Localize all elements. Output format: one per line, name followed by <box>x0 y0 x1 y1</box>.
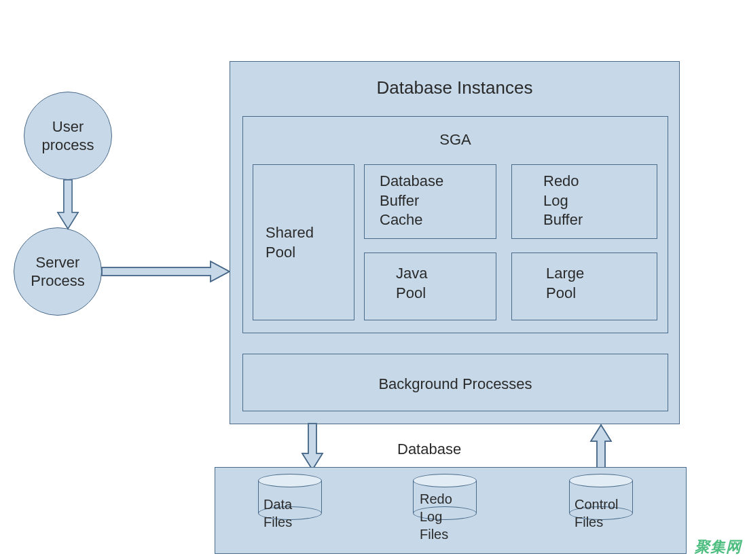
redo-log-files-label: Redo Log Files <box>420 490 452 543</box>
server-process-node: Server Process <box>14 227 102 316</box>
server-process-label: Server Process <box>31 253 84 291</box>
large-pool-label: Large Pool <box>546 264 584 303</box>
database-instances-box: Database Instances SGA Shared Pool Datab… <box>230 61 680 424</box>
db-buffer-cache-box: Database Buffer Cache <box>364 164 496 239</box>
sga-box: SGA Shared Pool Database Buffer Cache Re… <box>242 116 668 333</box>
arrow-db-to-instances-up <box>591 424 611 471</box>
database-instances-title: Database Instances <box>230 77 679 100</box>
arrow-user-to-server <box>58 180 78 231</box>
svg-marker-1 <box>58 180 78 229</box>
sga-title: SGA <box>243 130 668 150</box>
watermark-text: 聚集网 <box>695 537 742 557</box>
shared-pool-label: Shared Pool <box>266 223 314 262</box>
arrow-instances-to-db-down <box>302 424 323 471</box>
user-process-label: User process <box>41 117 94 155</box>
database-label: Database <box>397 440 461 460</box>
java-pool-label: Java Pool <box>396 264 427 303</box>
db-buffer-cache-label: Database Buffer Cache <box>380 172 443 230</box>
background-processes-label: Background Processes <box>243 375 668 394</box>
redo-log-buffer-box: Redo Log Buffer <box>511 164 657 239</box>
arrow-server-to-instances <box>102 261 231 282</box>
large-pool-box: Large Pool <box>511 253 657 320</box>
background-processes-box: Background Processes <box>242 354 668 411</box>
svg-marker-6 <box>591 425 611 471</box>
data-files-label: Data Files <box>263 496 292 531</box>
shared-pool-box: Shared Pool <box>253 164 354 320</box>
java-pool-box: Java Pool <box>364 253 496 320</box>
user-process-node: User process <box>24 92 112 180</box>
control-files-label: Control Files <box>575 496 618 531</box>
redo-log-buffer-label: Redo Log Buffer <box>543 172 583 230</box>
svg-marker-4 <box>302 424 323 470</box>
